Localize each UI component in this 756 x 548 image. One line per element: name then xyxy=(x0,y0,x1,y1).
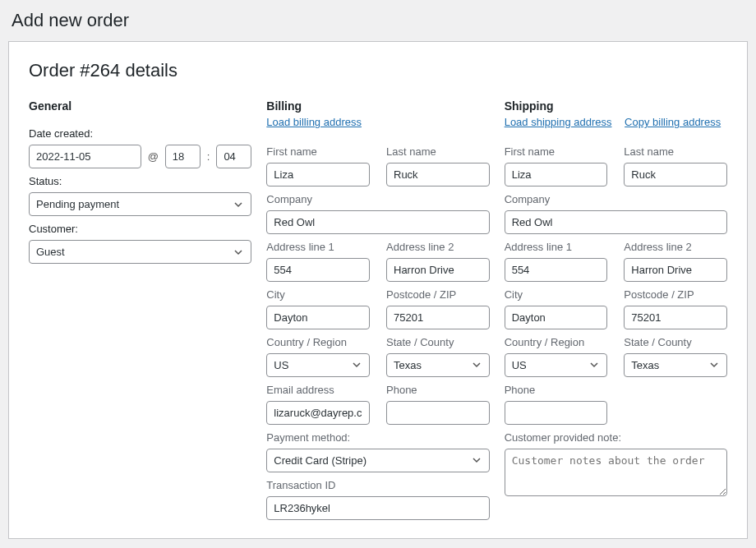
shipping-last-name-input[interactable] xyxy=(624,163,727,187)
shipping-company-label: Company xyxy=(505,193,727,205)
customer-select[interactable]: Guest xyxy=(29,240,251,264)
billing-addr2-label: Address line 2 xyxy=(386,241,490,253)
load-billing-address-link[interactable]: Load billing address xyxy=(266,116,362,128)
date-hour-input[interactable] xyxy=(165,145,201,168)
billing-payment-label: Payment method: xyxy=(266,431,489,444)
billing-first-name-input[interactable] xyxy=(266,163,370,187)
shipping-addr2-input[interactable] xyxy=(624,258,727,282)
shipping-country-label: Country / Region xyxy=(505,336,608,348)
billing-phone-input[interactable] xyxy=(386,401,490,425)
general-heading: General xyxy=(29,99,251,113)
date-created-label: Date created: xyxy=(29,127,251,140)
shipping-city-label: City xyxy=(505,288,608,301)
billing-phone-label: Phone xyxy=(386,384,490,396)
shipping-first-name-input[interactable] xyxy=(505,163,608,187)
billing-email-input[interactable] xyxy=(266,401,370,425)
billing-first-name-label: First name xyxy=(266,145,370,158)
billing-addr1-input[interactable] xyxy=(266,258,370,282)
shipping-state-select[interactable]: Texas xyxy=(624,353,727,377)
shipping-first-name-label: First name xyxy=(505,145,608,158)
shipping-addr2-label: Address line 2 xyxy=(624,241,727,253)
shipping-addr1-label: Address line 1 xyxy=(505,241,608,253)
customer-label: Customer: xyxy=(29,223,251,235)
status-label: Status: xyxy=(29,175,251,187)
shipping-note-label: Customer provided note: xyxy=(505,431,727,444)
billing-company-label: Company xyxy=(266,193,489,205)
shipping-addr1-input[interactable] xyxy=(505,258,608,282)
shipping-last-name-label: Last name xyxy=(624,145,727,158)
billing-city-label: City xyxy=(266,288,370,301)
billing-last-name-label: Last name xyxy=(386,145,490,158)
billing-txn-label: Transaction ID xyxy=(266,479,489,491)
date-colon: : xyxy=(207,150,210,163)
shipping-company-input[interactable] xyxy=(505,210,727,234)
shipping-phone-input[interactable] xyxy=(505,401,608,425)
order-title: Order #264 details xyxy=(29,60,727,81)
billing-city-input[interactable] xyxy=(266,306,370,329)
general-column: General Date created: @ : Status: Pendin… xyxy=(29,99,251,264)
billing-addr2-input[interactable] xyxy=(386,258,490,282)
billing-state-label: State / County xyxy=(386,336,490,348)
billing-txn-input[interactable] xyxy=(266,496,489,520)
billing-last-name-input[interactable] xyxy=(386,163,490,187)
status-select[interactable]: Pending payment xyxy=(29,192,251,216)
load-shipping-address-link[interactable]: Load shipping address xyxy=(505,116,612,128)
billing-country-select[interactable]: US xyxy=(266,353,370,377)
billing-postcode-input[interactable] xyxy=(386,306,490,329)
billing-company-input[interactable] xyxy=(266,210,489,234)
order-panel: Order #264 details General Date created:… xyxy=(8,41,748,539)
shipping-column: Shipping Load shipping address Copy bill… xyxy=(505,99,727,499)
shipping-state-label: State / County xyxy=(624,336,727,348)
billing-country-label: Country / Region xyxy=(266,336,370,348)
shipping-heading: Shipping xyxy=(505,99,727,113)
billing-addr1-label: Address line 1 xyxy=(266,241,370,253)
date-created-input[interactable] xyxy=(29,145,141,168)
shipping-city-input[interactable] xyxy=(505,306,608,329)
shipping-country-select[interactable]: US xyxy=(505,353,608,377)
copy-billing-address-link[interactable]: Copy billing address xyxy=(625,116,721,128)
shipping-note-textarea[interactable] xyxy=(505,449,727,496)
date-minute-input[interactable] xyxy=(216,145,251,168)
shipping-postcode-input[interactable] xyxy=(624,306,727,329)
billing-payment-select[interactable]: Credit Card (Stripe) xyxy=(266,449,489,472)
billing-heading: Billing xyxy=(266,99,489,113)
date-at-label: @ xyxy=(148,150,159,163)
page-heading: Add new order xyxy=(12,10,748,31)
billing-postcode-label: Postcode / ZIP xyxy=(386,288,490,301)
shipping-postcode-label: Postcode / ZIP xyxy=(624,288,727,301)
billing-email-label: Email address xyxy=(266,384,370,396)
billing-column: Billing Load billing address First name … xyxy=(266,99,489,520)
shipping-phone-label: Phone xyxy=(505,384,608,396)
billing-state-select[interactable]: Texas xyxy=(386,353,490,377)
